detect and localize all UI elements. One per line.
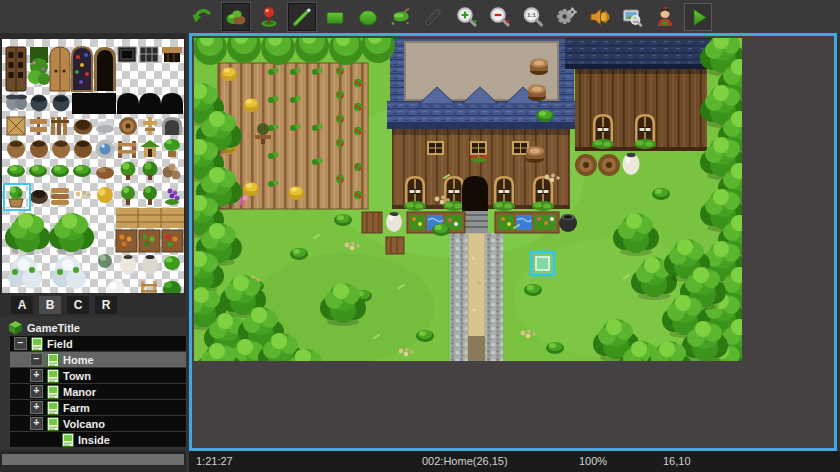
map-icon — [47, 353, 59, 367]
palette-tab-bar: A B C R — [0, 293, 186, 317]
sound-test-button[interactable] — [585, 3, 613, 31]
undo-button[interactable] — [189, 3, 217, 31]
flood-fill-tool-button[interactable] — [387, 3, 415, 31]
path — [450, 233, 503, 361]
house — [387, 38, 577, 211]
tree-item-farm[interactable]: + Farm — [10, 400, 186, 415]
pencil-icon — [290, 5, 314, 29]
tree-item-volcano[interactable]: + Volcano — [10, 416, 186, 431]
zoom-in-icon — [455, 5, 479, 29]
tileset-palette[interactable] — [2, 39, 184, 293]
tree-item-label: Home — [63, 354, 94, 366]
barrels — [575, 153, 640, 176]
expand-toggle[interactable]: + — [30, 385, 43, 398]
tree-item-label: Town — [63, 370, 91, 382]
gear-icon — [554, 5, 578, 29]
map-mode-icon — [224, 5, 248, 29]
shadow-pen-icon — [422, 5, 446, 29]
collapse-toggle[interactable]: − — [14, 337, 27, 350]
game-icon — [8, 320, 23, 335]
cursor-coords-indicator: 16,10 — [663, 455, 691, 467]
character-generator-button[interactable] — [651, 3, 679, 31]
left-panel: A B C R GameTitle − — [0, 33, 186, 472]
status-bar: 1:21:27 002:Home(26,15) 100% 16,10 — [189, 451, 840, 472]
tree-item-home[interactable]: − Home — [10, 352, 186, 367]
map-canvas[interactable] — [194, 38, 742, 361]
right-building — [565, 38, 712, 151]
character-icon — [653, 5, 677, 29]
event-pin-icon — [257, 5, 281, 29]
selected-tile[interactable] — [3, 183, 31, 211]
expand-toggle[interactable]: + — [30, 401, 43, 414]
flood-fill-icon — [389, 5, 413, 29]
map-cursor[interactable] — [531, 252, 554, 275]
zoom-out-icon — [488, 5, 512, 29]
tab-b[interactable]: B — [39, 296, 61, 314]
event-searcher-button[interactable] — [618, 3, 646, 31]
event-edit-mode-button[interactable] — [255, 3, 283, 31]
entrance-steps — [465, 209, 488, 233]
tree-item-manor[interactable]: + Manor — [10, 384, 186, 399]
expand-toggle[interactable]: + — [30, 369, 43, 382]
speaker-icon — [587, 5, 611, 29]
pencil-tool-button[interactable] — [288, 3, 316, 31]
map-icon — [47, 385, 59, 399]
tab-r[interactable]: R — [95, 296, 117, 314]
toolbar: 1:1 — [0, 0, 840, 33]
tab-c[interactable]: C — [67, 296, 89, 314]
zoom-out-button[interactable] — [486, 3, 514, 31]
map-viewport — [189, 33, 837, 451]
scrollbar-thumb[interactable] — [2, 454, 184, 465]
zoom-indicator: 100% — [579, 455, 607, 467]
tree-item-town[interactable]: + Town — [10, 368, 186, 383]
play-icon — [686, 5, 710, 29]
zoom-in-button[interactable] — [453, 3, 481, 31]
map-icon — [31, 337, 43, 351]
map-info-indicator: 002:Home(26,15) — [422, 455, 508, 467]
screen-search-icon — [620, 5, 644, 29]
tree-item-label: Volcano — [63, 418, 105, 430]
map-icon — [47, 401, 59, 415]
playtime-indicator: 1:21:27 — [196, 455, 233, 467]
rectangle-icon — [323, 5, 347, 29]
tree-item-label: Farm — [63, 402, 90, 414]
rectangle-tool-button[interactable] — [321, 3, 349, 31]
svg-text:1:1: 1:1 — [527, 11, 537, 18]
tree-item-field[interactable]: − Field — [10, 336, 186, 351]
playtest-button[interactable] — [684, 3, 712, 31]
map-icon — [62, 433, 74, 447]
tab-a[interactable]: A — [11, 296, 33, 314]
map-tree: GameTitle − Field − Home — [0, 317, 186, 450]
ellipse-icon — [356, 5, 380, 29]
settings-button[interactable] — [552, 3, 580, 31]
tree-item-label: Field — [47, 338, 73, 350]
tree-item-label: GameTitle — [27, 322, 80, 334]
door — [462, 176, 488, 211]
shadow-pen-tool-button[interactable] — [420, 3, 448, 31]
rpg-maker-editor: 1:1 — [0, 0, 840, 472]
tree-item-label: Inside — [78, 434, 110, 446]
zoom-actual-icon: 1:1 — [521, 5, 545, 29]
ellipse-tool-button[interactable] — [354, 3, 382, 31]
tree-horizontal-scrollbar[interactable] — [0, 452, 186, 467]
map-icon — [47, 417, 59, 431]
undo-icon — [191, 5, 215, 29]
tree-item-label: Manor — [63, 386, 96, 398]
expand-toggle[interactable]: + — [30, 417, 43, 430]
tree-item-gametitle[interactable]: GameTitle — [6, 320, 186, 335]
map-icon — [47, 369, 59, 383]
collapse-toggle[interactable]: − — [30, 353, 43, 366]
palette-tiles — [2, 39, 184, 293]
map-edit-mode-button[interactable] — [222, 3, 250, 31]
tree-item-inside[interactable]: Inside — [10, 432, 186, 447]
zoom-actual-button[interactable]: 1:1 — [519, 3, 547, 31]
